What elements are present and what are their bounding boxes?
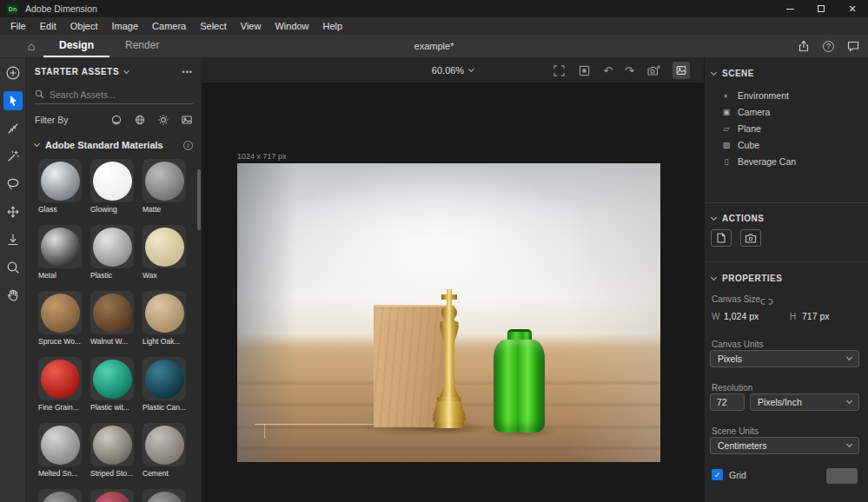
- zoom-tool[interactable]: [3, 258, 23, 277]
- material-item[interactable]: Wax: [142, 225, 195, 280]
- minimize-button[interactable]: [774, 0, 805, 17]
- scene-list: ◐Environment▣Camera▱Plane▧Cube▯Beverage …: [705, 87, 868, 169]
- chevron-down-icon: [468, 66, 474, 72]
- move-tool[interactable]: [3, 202, 23, 221]
- resolution-input[interactable]: 72: [710, 393, 745, 411]
- material-item[interactable]: [142, 489, 195, 502]
- search-assets-input[interactable]: [50, 89, 180, 100]
- tab-design[interactable]: Design: [43, 35, 109, 57]
- chevron-down-icon: [711, 69, 717, 75]
- menu-image[interactable]: Image: [105, 17, 146, 35]
- scene-units-label: Scene Units: [712, 426, 759, 436]
- menu-select[interactable]: Select: [193, 17, 234, 35]
- magic-wand-tool[interactable]: [3, 147, 23, 166]
- menu-window[interactable]: Window: [268, 17, 315, 35]
- canvas-size-prop-label: Canvas Size: [712, 294, 760, 304]
- scene-item-camera[interactable]: ▣Camera: [705, 103, 868, 120]
- assets-header[interactable]: STARTER ASSETS •••: [26, 58, 202, 76]
- feedback-icon[interactable]: [847, 41, 859, 52]
- lasso-select-tool[interactable]: [3, 175, 23, 194]
- material-item[interactable]: Matte: [142, 159, 195, 214]
- grid-checkbox[interactable]: ✓: [712, 469, 723, 480]
- menu-file[interactable]: File: [3, 17, 33, 35]
- redo-camera-button[interactable]: ↷: [625, 64, 634, 77]
- main-area: STARTER ASSETS ••• Filter By Adobe S: [0, 58, 868, 502]
- images-filter-icon[interactable]: [181, 114, 193, 126]
- menu-help[interactable]: Help: [316, 17, 350, 35]
- material-item[interactable]: Cement: [142, 423, 195, 478]
- material-thumbnail: [38, 159, 82, 202]
- material-item[interactable]: [90, 489, 142, 502]
- home-button[interactable]: ⌂: [19, 35, 43, 57]
- width-value[interactable]: 1,024 px: [724, 311, 759, 321]
- material-label: Plastic Can...: [142, 403, 189, 412]
- zoom-control[interactable]: 60.06%: [432, 58, 474, 83]
- material-item[interactable]: Glass: [38, 159, 90, 214]
- render-action-button[interactable]: [740, 229, 761, 247]
- assets-scrollbar[interactable]: [197, 169, 201, 230]
- scene-section-header[interactable]: SCENE: [712, 69, 754, 78]
- maximize-button[interactable]: [805, 0, 837, 17]
- materials-section-header[interactable]: Adobe Standard Materials i: [35, 140, 193, 150]
- scene-item-label: Environment: [738, 90, 789, 101]
- pan-hand-tool[interactable]: [3, 286, 23, 305]
- material-item[interactable]: Striped Sto...: [90, 423, 142, 478]
- select-tool[interactable]: [3, 91, 23, 110]
- grid-settings-button[interactable]: [826, 468, 858, 484]
- scene-item-plane[interactable]: ▱Plane: [705, 120, 868, 136]
- canvas-size-label: 1024 x 717 px: [237, 152, 287, 161]
- properties-section-header[interactable]: PROPERTIES: [712, 274, 782, 283]
- grid-label: Grid: [729, 470, 746, 480]
- drop-to-ground-tool[interactable]: [3, 230, 23, 249]
- material-item[interactable]: Glowing: [90, 159, 142, 214]
- material-item[interactable]: Spruce Wo...: [38, 291, 90, 346]
- render-preview-toggle[interactable]: [673, 62, 690, 79]
- lights-filter-icon[interactable]: [157, 114, 169, 126]
- share-scene-button[interactable]: [711, 229, 732, 247]
- menu-object[interactable]: Object: [63, 17, 105, 35]
- material-item[interactable]: Light Oak...: [142, 291, 195, 346]
- unlink-dimensions-icon[interactable]: [760, 294, 773, 309]
- models-filter-icon[interactable]: [110, 114, 123, 126]
- material-item[interactable]: Plastic Can...: [142, 357, 195, 412]
- undo-camera-button[interactable]: ↶: [603, 64, 613, 77]
- material-item[interactable]: Fine Grain...: [38, 357, 90, 412]
- zoom-fit-button[interactable]: [553, 64, 566, 77]
- tab-render[interactable]: Render: [109, 35, 175, 57]
- menu-edit[interactable]: Edit: [33, 17, 63, 35]
- help-icon[interactable]: ?: [823, 41, 834, 52]
- transform-tool[interactable]: [3, 119, 23, 138]
- beverage-can-object[interactable]: [494, 340, 545, 433]
- material-sphere: [41, 294, 80, 333]
- materials-filter-icon[interactable]: [134, 114, 146, 126]
- material-item[interactable]: Plastic: [90, 225, 142, 280]
- canvas-units-dropdown[interactable]: Pixels: [710, 350, 859, 367]
- share-icon[interactable]: [798, 40, 810, 52]
- material-item[interactable]: Plastic wit...: [90, 357, 142, 412]
- scene-units-dropdown[interactable]: Centimeters: [710, 437, 859, 454]
- scene-item-cube[interactable]: ▧Cube: [705, 136, 868, 153]
- camera-bookmark-button[interactable]: [646, 64, 660, 77]
- viewport-image[interactable]: [237, 163, 660, 462]
- material-item[interactable]: Metal: [38, 225, 90, 280]
- chess-king-object[interactable]: [425, 287, 474, 428]
- info-icon[interactable]: i: [183, 141, 193, 150]
- resolution-units-dropdown[interactable]: Pixels/Inch: [750, 393, 859, 411]
- scene-item-beverage-can[interactable]: ▯Beverage Can: [705, 153, 868, 169]
- frame-selection-button[interactable]: [578, 64, 591, 77]
- menu-view[interactable]: View: [234, 17, 268, 35]
- material-item[interactable]: Walnut W...: [90, 291, 142, 346]
- material-item[interactable]: [38, 489, 90, 502]
- material-thumbnail: [38, 357, 82, 400]
- app-window: Dn Adobe Dimension ✕ FileEditObjectImage…: [0, 0, 868, 502]
- height-value[interactable]: 717 px: [802, 311, 830, 321]
- menu-camera[interactable]: Camera: [145, 17, 193, 35]
- scene-item-environment[interactable]: ◐Environment: [705, 87, 868, 103]
- close-button[interactable]: ✕: [837, 0, 868, 17]
- toolstrip: [0, 58, 26, 502]
- panel-menu-button[interactable]: •••: [182, 68, 193, 76]
- material-item[interactable]: Melted Sn...: [38, 423, 90, 478]
- add-content-button[interactable]: [3, 63, 23, 83]
- actions-section-header[interactable]: ACTIONS: [712, 214, 765, 223]
- material-thumbnail: [142, 159, 186, 202]
